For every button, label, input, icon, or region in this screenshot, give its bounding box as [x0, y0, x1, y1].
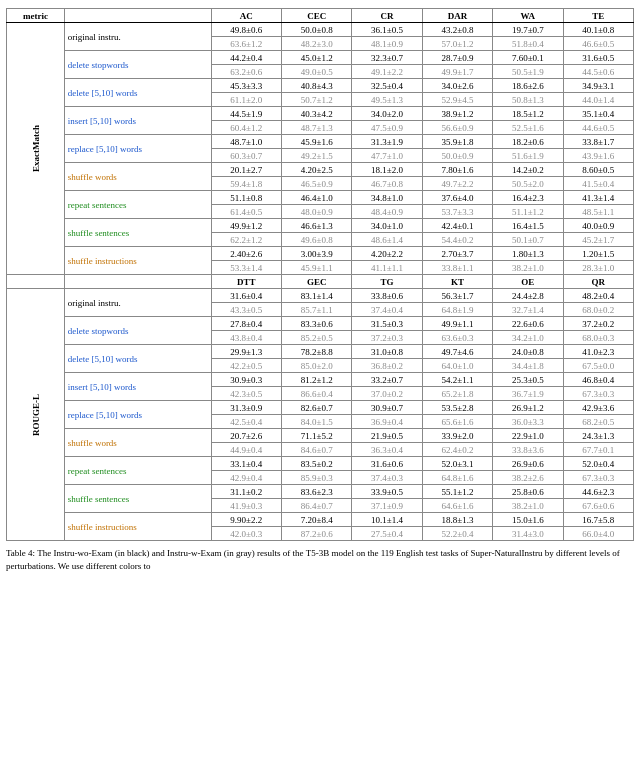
cell-value: 42.4±0.1	[422, 219, 492, 233]
col-ac: AC	[211, 9, 281, 23]
cell-value: 49.9±1.2	[211, 219, 281, 233]
cell-value: 7.60±0.1	[493, 51, 563, 65]
cell-value: 31.4±3.0	[493, 527, 563, 541]
cell-value: 18.2±0.6	[493, 135, 563, 149]
cell-value: 49.9±1.7	[422, 65, 492, 79]
bottom-col-header: GEC	[281, 275, 351, 289]
cell-value: 34.4±1.8	[493, 359, 563, 373]
cell-value: 30.9±0.3	[211, 373, 281, 387]
bottom-col-header: QR	[563, 275, 633, 289]
cell-value: 49.2±1.5	[281, 149, 351, 163]
bottom-col-header: OE	[493, 275, 563, 289]
row-label: insert [5,10] words	[64, 373, 211, 401]
row-label: original instru.	[64, 23, 211, 51]
table-row: replace [5,10] words31.3±0.982.6±0.730.9…	[7, 401, 634, 415]
cell-value: 33.9±0.5	[352, 485, 422, 499]
cell-value: 55.1±1.2	[422, 485, 492, 499]
cell-value: 18.6±2.6	[493, 79, 563, 93]
cell-value: 52.0±3.1	[422, 457, 492, 471]
col-wa: WA	[493, 9, 563, 23]
cell-value: 44.6±0.5	[563, 121, 633, 135]
cell-value: 30.9±0.7	[352, 401, 422, 415]
cell-value: 51.1±1.2	[493, 205, 563, 219]
cell-value: 45.9±1.6	[281, 135, 351, 149]
cell-value: 41.1±1.1	[352, 261, 422, 275]
cell-value: 64.8±1.6	[422, 471, 492, 485]
cell-value: 33.9±2.0	[422, 429, 492, 443]
cell-value: 64.8±1.9	[422, 303, 492, 317]
col-te: TE	[563, 9, 633, 23]
cell-value: 50.8±1.3	[493, 93, 563, 107]
cell-value: 42.9±0.4	[211, 471, 281, 485]
table-row: ExactMatchoriginal instru.49.8±0.650.0±0…	[7, 23, 634, 37]
cell-value: 28.3±1.0	[563, 261, 633, 275]
cell-value: 24.3±1.3	[563, 429, 633, 443]
cell-value: 2.40±2.6	[211, 247, 281, 261]
cell-value: 65.6±1.6	[422, 415, 492, 429]
cell-value: 40.1±0.8	[563, 23, 633, 37]
cell-value: 37.6±4.0	[422, 191, 492, 205]
cell-value: 20.1±2.7	[211, 163, 281, 177]
cell-value: 40.0±0.9	[563, 219, 633, 233]
cell-value: 32.5±0.4	[352, 79, 422, 93]
table-row: delete stopwords44.2±0.445.0±1.232.3±0.7…	[7, 51, 634, 65]
table-row: ROUGE-Loriginal instru.31.6±0.483.1±1.43…	[7, 289, 634, 303]
metric-header: metric	[7, 9, 65, 23]
row-label: replace [5,10] words	[64, 135, 211, 163]
cell-value: 37.2±0.2	[563, 317, 633, 331]
cell-value: 33.8±1.7	[563, 135, 633, 149]
cell-value: 44.5±1.9	[211, 107, 281, 121]
bottom-col-header: DTT	[211, 275, 281, 289]
section-label: ExactMatch	[7, 23, 65, 275]
cell-value: 59.4±1.8	[211, 177, 281, 191]
cell-value: 83.5±0.2	[281, 457, 351, 471]
cell-value: 52.5±1.6	[493, 121, 563, 135]
bottom-col-header	[64, 275, 211, 289]
cell-value: 48.2±3.0	[281, 37, 351, 51]
row-label: insert [5,10] words	[64, 107, 211, 135]
cell-value: 46.6±1.3	[281, 219, 351, 233]
cell-value: 81.2±1.2	[281, 373, 351, 387]
cell-value: 37.1±0.9	[352, 499, 422, 513]
cell-value: 66.0±4.0	[563, 527, 633, 541]
cell-value: 43.8±0.4	[211, 331, 281, 345]
cell-value: 45.9±1.1	[281, 261, 351, 275]
cell-value: 62.4±0.2	[422, 443, 492, 457]
results-table: metric AC CEC CR DAR WA TE ExactMatchori…	[6, 8, 634, 541]
cell-value: 41.0±2.3	[563, 345, 633, 359]
cell-value: 18.1±2.0	[352, 163, 422, 177]
cell-value: 48.5±1.1	[563, 205, 633, 219]
cell-value: 40.8±4.3	[281, 79, 351, 93]
cell-value: 68.0±0.3	[563, 331, 633, 345]
cell-value: 33.8±3.6	[493, 443, 563, 457]
cell-value: 46.8±0.4	[563, 373, 633, 387]
cell-value: 48.7±1.0	[211, 135, 281, 149]
row-label: shuffle instructions	[64, 247, 211, 275]
cell-value: 37.4±0.4	[352, 303, 422, 317]
cell-value: 50.0±0.9	[422, 149, 492, 163]
cell-value: 27.5±0.4	[352, 527, 422, 541]
row-label: delete stopwords	[64, 317, 211, 345]
cell-value: 44.6±2.3	[563, 485, 633, 499]
cell-value: 33.2±0.7	[352, 373, 422, 387]
cell-value: 4.20±2.5	[281, 163, 351, 177]
cell-value: 85.2±0.5	[281, 331, 351, 345]
cell-value: 41.9±0.3	[211, 499, 281, 513]
cell-value: 85.9±0.3	[281, 471, 351, 485]
cell-value: 62.2±1.2	[211, 233, 281, 247]
cell-value: 46.5±0.9	[281, 177, 351, 191]
table-row: insert [5,10] words44.5±1.940.3±4.234.0±…	[7, 107, 634, 121]
cell-value: 61.4±0.5	[211, 205, 281, 219]
cell-value: 48.7±1.3	[281, 121, 351, 135]
cell-value: 60.4±1.2	[211, 121, 281, 135]
section-header-empty	[64, 9, 211, 23]
cell-value: 45.0±1.2	[281, 51, 351, 65]
cell-value: 32.7±1.4	[493, 303, 563, 317]
col-dar: DAR	[422, 9, 492, 23]
row-label: delete [5,10] words	[64, 345, 211, 373]
table-caption: Table 4: The Instru-wo-Exam (in black) a…	[6, 547, 634, 572]
row-label: delete stopwords	[64, 51, 211, 79]
bottom-col-header: TG	[352, 275, 422, 289]
cell-value: 50.5±1.9	[493, 65, 563, 79]
cell-value: 84.0±1.5	[281, 415, 351, 429]
